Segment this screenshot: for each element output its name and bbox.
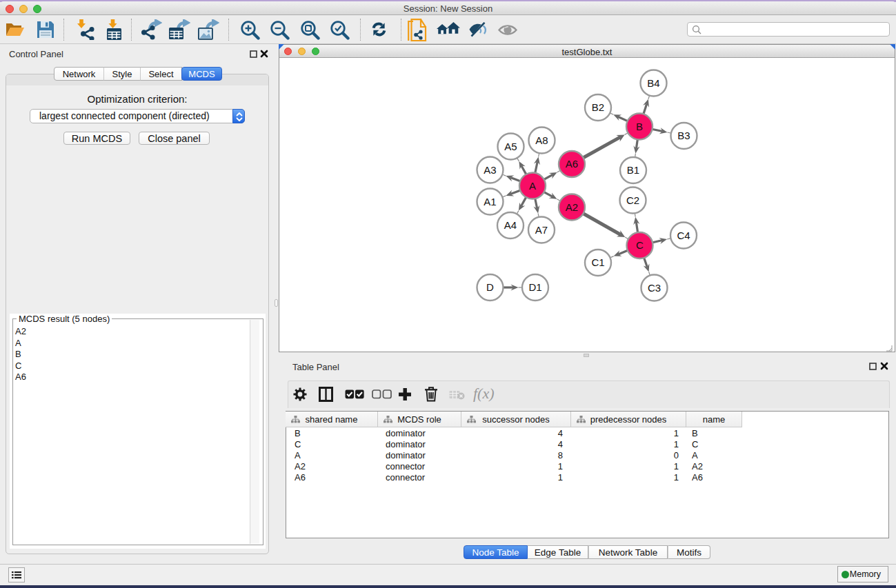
svg-text:B: B	[636, 121, 643, 132]
svg-text:A6: A6	[566, 158, 578, 170]
svg-text:D1: D1	[528, 281, 541, 293]
svg-text:B3: B3	[677, 130, 690, 141]
svg-text:C1: C1	[591, 256, 604, 268]
svg-text:B1: B1	[627, 164, 639, 176]
svg-text:A: A	[529, 180, 536, 192]
svg-text:A3: A3	[484, 164, 496, 176]
svg-text:D: D	[486, 281, 494, 293]
svg-text:C: C	[636, 239, 644, 251]
svg-text:B4: B4	[647, 77, 659, 89]
svg-text:B2: B2	[592, 101, 604, 113]
svg-text:C3: C3	[648, 282, 661, 294]
svg-text:A7: A7	[535, 224, 548, 236]
svg-text:A8: A8	[535, 134, 548, 146]
svg-text:A2: A2	[566, 201, 578, 213]
svg-text:A1: A1	[484, 196, 496, 207]
svg-text:C2: C2	[626, 194, 639, 206]
svg-text:A5: A5	[504, 141, 517, 152]
svg-text:A4: A4	[504, 219, 517, 231]
svg-text:C4: C4	[677, 230, 690, 241]
